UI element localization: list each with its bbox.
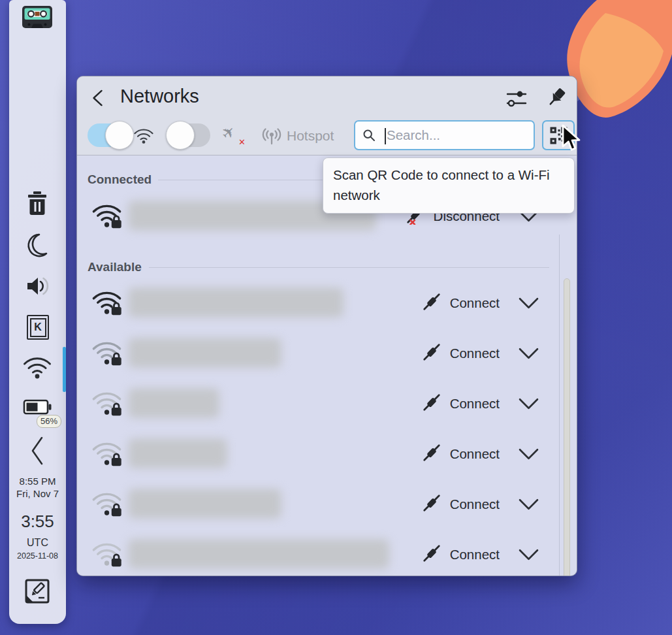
k-app-button[interactable]: K	[27, 315, 49, 340]
plug-icon	[422, 393, 441, 415]
plug-icon	[422, 443, 441, 465]
chevron-down-icon[interactable]	[519, 549, 539, 563]
pin-icon	[547, 87, 568, 109]
airplane-mode-icon: ✈✕	[222, 123, 244, 147]
networks-popup: Networks	[76, 76, 577, 576]
mouse-cursor	[560, 124, 586, 153]
battery-percentage-badge: 56%	[37, 415, 61, 428]
moon-icon	[25, 233, 50, 260]
wifi-signal-icon	[91, 200, 127, 233]
wifi-signal-icon	[91, 488, 127, 521]
section-rule	[149, 267, 549, 268]
popup-title: Networks	[120, 86, 199, 107]
scrollbar-thumb[interactable]	[564, 278, 570, 576]
airplane-disabled-x: ✕	[238, 137, 246, 147]
network-row[interactable]: Connect	[77, 328, 577, 378]
network-name-redacted	[128, 338, 281, 368]
speaker-icon	[24, 273, 50, 299]
network-action-label: Connect	[450, 446, 500, 462]
chevron-left-icon	[27, 435, 47, 466]
network-name-redacted	[128, 489, 281, 519]
network-row[interactable]: Connect	[77, 479, 577, 529]
network-row[interactable]: Connect	[77, 529, 577, 576]
taskbar-panel: K 56% 8:55 PM Fri, Nov 7 3:55 UTC 2025-1…	[9, 0, 66, 624]
local-date: Fri, Nov 7	[9, 487, 66, 500]
wifi-signal-icon	[91, 287, 127, 319]
available-section-header: Available	[77, 260, 577, 276]
search-field[interactable]	[354, 120, 535, 150]
utc-zone: UTC	[9, 536, 66, 549]
available-list: Connect Connect	[77, 278, 577, 576]
network-action-label: Connect	[450, 396, 500, 412]
night-light-button[interactable]	[25, 233, 50, 260]
wifi-signal-icon	[91, 438, 127, 470]
battery-icon	[23, 399, 52, 415]
utc-clock[interactable]: 3:55 UTC 2025-11-08	[9, 512, 66, 561]
connect-button[interactable]: Connect	[422, 378, 500, 429]
plug-icon	[422, 292, 441, 314]
qr-button-tooltip: Scan QR Code to connect to a Wi-Fi netwo…	[323, 157, 575, 214]
search-input[interactable]	[381, 123, 530, 148]
cassette-icon	[22, 4, 53, 30]
configure-sliders-icon	[505, 88, 528, 109]
local-clock[interactable]: 8:55 PM Fri, Nov 7	[9, 475, 66, 500]
available-label: Available	[88, 260, 142, 274]
hotspot-icon	[262, 126, 281, 146]
network-action-label: Connect	[450, 295, 500, 311]
connect-button[interactable]: Connect	[422, 529, 500, 576]
k-app-icon: K	[27, 315, 49, 340]
network-row[interactable]: Connect	[77, 429, 577, 479]
back-button[interactable]	[89, 88, 107, 108]
volume-button[interactable]	[24, 273, 50, 299]
network-list-area: Connected Disconnect Available	[77, 155, 577, 576]
chevron-down-icon[interactable]	[519, 498, 539, 513]
chevron-down-icon[interactable]	[519, 297, 539, 312]
active-task-indicator	[63, 347, 66, 392]
connect-button[interactable]: Connect	[422, 479, 500, 529]
scrollbar-track	[559, 235, 560, 576]
panel-expander-button[interactable]	[27, 435, 47, 466]
search-icon	[362, 129, 376, 142]
note-edit-icon	[24, 578, 51, 605]
utc-time: 3:55	[9, 512, 66, 531]
wifi-signal-icon	[91, 337, 127, 370]
connect-button[interactable]: Connect	[422, 429, 500, 479]
chevron-down-icon[interactable]	[519, 398, 539, 412]
popup-header: Networks	[77, 76, 577, 155]
configure-button[interactable]	[505, 88, 528, 110]
wifi-icon	[22, 353, 52, 380]
network-row[interactable]: Connect	[77, 378, 577, 429]
wifi-toggle-icon	[133, 126, 154, 147]
trash-button[interactable]	[26, 191, 48, 216]
hotspot-label: Hotspot	[287, 128, 334, 144]
wifi-signal-icon	[91, 387, 127, 420]
network-name-redacted	[128, 287, 344, 318]
network-name-redacted	[128, 539, 389, 569]
network-action-label: Connect	[450, 497, 500, 512]
notes-button[interactable]	[24, 578, 51, 605]
cassette-launcher-button[interactable]	[22, 4, 53, 30]
wifi-toggle[interactable]	[88, 123, 129, 147]
pin-button[interactable]	[546, 86, 568, 110]
plug-icon	[422, 544, 441, 566]
chevron-down-icon[interactable]	[519, 448, 539, 463]
battery-tray-button[interactable]	[23, 399, 52, 415]
utc-date: 2025-11-08	[9, 551, 66, 561]
network-tray-button[interactable]	[22, 353, 52, 380]
airplane-toggle-knob	[166, 121, 195, 150]
local-time: 8:55 PM	[9, 475, 66, 487]
chevron-down-icon[interactable]	[519, 348, 539, 362]
airplane-mode-toggle[interactable]	[168, 123, 210, 147]
network-action-label: Connect	[450, 346, 500, 361]
wifi-signal-icon	[91, 538, 127, 571]
connect-button[interactable]: Connect	[422, 328, 500, 378]
network-name-redacted	[128, 438, 227, 468]
plug-icon	[422, 342, 441, 365]
connect-button[interactable]: Connect	[422, 278, 500, 328]
hotspot-button[interactable]: Hotspot	[262, 121, 334, 150]
back-chevron-icon	[90, 89, 106, 107]
network-name-redacted	[128, 388, 219, 418]
network-action-label: Connect	[450, 547, 500, 562]
k-letter: K	[34, 321, 42, 333]
network-row[interactable]: Connect	[77, 278, 577, 328]
